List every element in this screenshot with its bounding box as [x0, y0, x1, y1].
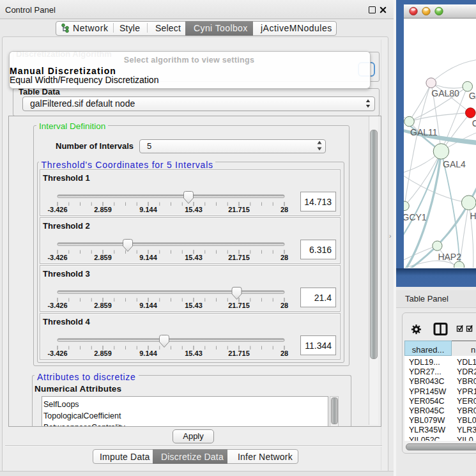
svg-text:28: 28 — [280, 349, 288, 357]
svg-text:15.43: 15.43 — [185, 206, 203, 213]
svg-text:15.43: 15.43 — [185, 349, 203, 357]
svg-text:2.859: 2.859 — [94, 254, 112, 261]
svg-text:2.859: 2.859 — [94, 349, 112, 357]
svg-text:GA: GA — [469, 91, 476, 101]
svg-text:15.43: 15.43 — [185, 302, 203, 309]
svg-text:21.715: 21.715 — [228, 254, 250, 261]
svg-text:9.144: 9.144 — [139, 254, 157, 261]
svg-text:GAL80: GAL80 — [431, 88, 459, 98]
svg-text:28: 28 — [280, 254, 288, 261]
svg-text:GAL4: GAL4 — [443, 159, 466, 169]
svg-text:-3.426: -3.426 — [47, 302, 67, 309]
svg-text:15.43: 15.43 — [185, 254, 203, 261]
svg-text:GCY1: GCY1 — [404, 212, 427, 222]
svg-text:9.144: 9.144 — [139, 206, 157, 213]
svg-text:2.859: 2.859 — [94, 302, 112, 309]
svg-text:CY: CY — [472, 118, 476, 128]
svg-text:28: 28 — [280, 302, 288, 309]
svg-text:2.859: 2.859 — [94, 206, 112, 213]
svg-text:-3.426: -3.426 — [47, 254, 67, 261]
svg-text:9.144: 9.144 — [139, 349, 157, 357]
svg-text:21.715: 21.715 — [228, 302, 250, 309]
svg-text:GAL11: GAL11 — [410, 127, 438, 137]
svg-text:9.144: 9.144 — [139, 302, 157, 309]
svg-text:28: 28 — [280, 206, 288, 213]
svg-text:HAP2: HAP2 — [438, 252, 461, 262]
svg-text:-3.426: -3.426 — [47, 349, 67, 357]
svg-text:21.715: 21.715 — [228, 206, 250, 213]
svg-text:-3.426: -3.426 — [47, 206, 67, 213]
svg-text:21.715: 21.715 — [228, 349, 250, 357]
svg-text:H: H — [470, 211, 476, 221]
